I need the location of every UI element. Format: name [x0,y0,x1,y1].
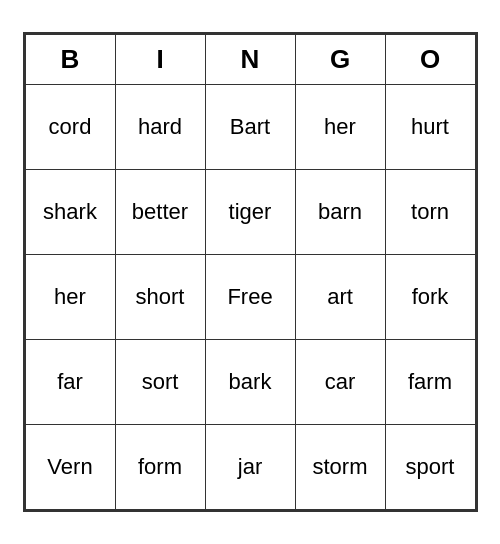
cell-r4-c1: form [115,425,205,510]
table-row: sharkbettertigerbarntorn [25,170,475,255]
cell-r1-c1: better [115,170,205,255]
header-row: B I N G O [25,35,475,85]
header-o: O [385,35,475,85]
cell-r0-c3: her [295,85,385,170]
header-n: N [205,35,295,85]
cell-r4-c3: storm [295,425,385,510]
cell-r0-c2: Bart [205,85,295,170]
cell-r4-c2: jar [205,425,295,510]
cell-r1-c4: torn [385,170,475,255]
cell-r0-c1: hard [115,85,205,170]
cell-r0-c4: hurt [385,85,475,170]
table-row: hershortFreeartfork [25,255,475,340]
table-row: farsortbarkcarfarm [25,340,475,425]
cell-r3-c4: farm [385,340,475,425]
cell-r2-c1: short [115,255,205,340]
cell-r2-c3: art [295,255,385,340]
cell-r4-c4: sport [385,425,475,510]
bingo-table: B I N G O cordhardBartherhurtsharkbetter… [25,34,476,510]
cell-r2-c4: fork [385,255,475,340]
cell-r3-c1: sort [115,340,205,425]
header-g: G [295,35,385,85]
cell-r3-c0: far [25,340,115,425]
cell-r0-c0: cord [25,85,115,170]
bingo-card: B I N G O cordhardBartherhurtsharkbetter… [23,32,478,512]
cell-r2-c0: her [25,255,115,340]
header-i: I [115,35,205,85]
bingo-body: cordhardBartherhurtsharkbettertigerbarnt… [25,85,475,510]
cell-r3-c3: car [295,340,385,425]
cell-r1-c0: shark [25,170,115,255]
cell-r2-c2: Free [205,255,295,340]
cell-r4-c0: Vern [25,425,115,510]
table-row: cordhardBartherhurt [25,85,475,170]
cell-r3-c2: bark [205,340,295,425]
header-b: B [25,35,115,85]
cell-r1-c3: barn [295,170,385,255]
cell-r1-c2: tiger [205,170,295,255]
table-row: Vernformjarstormsport [25,425,475,510]
